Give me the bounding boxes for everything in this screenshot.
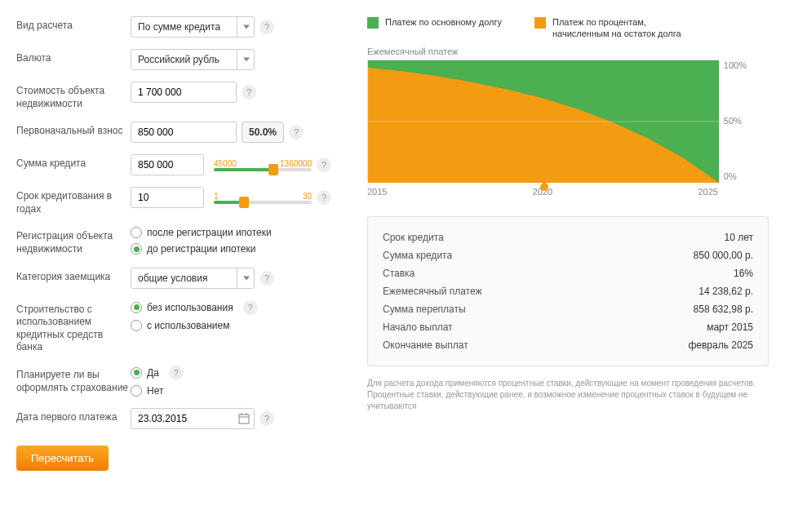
- legend-swatch-interest: [534, 17, 546, 29]
- chevron-down-icon: [237, 16, 255, 38]
- help-icon[interactable]: ?: [317, 190, 331, 205]
- summary-row: Начало выплатмарт 2015: [383, 318, 753, 336]
- radio-icon: [131, 227, 142, 238]
- registration-label: Регистрация объекта недвижимости: [16, 227, 131, 255]
- calc-type-select[interactable]: По сумме кредита: [131, 16, 255, 38]
- help-icon[interactable]: ?: [243, 300, 258, 315]
- down-payment-pct: 50.0%: [242, 122, 284, 143]
- form-panel: Вид расчета По сумме кредита ? Валюта Ро…: [16, 16, 343, 471]
- property-cost-label: Стоимость объекта недвижимости: [16, 82, 131, 110]
- results-panel: Платеж по основному долгу Платеж по проц…: [367, 16, 769, 471]
- construction-label: Строительство с использованием кредитных…: [16, 300, 131, 354]
- insurance-label: Планируете ли вы оформлять страхование: [16, 366, 131, 394]
- summary-box: Срок кредита10 лет Сумма кредита850 000,…: [367, 216, 769, 366]
- summary-row: Сумма переплаты858 632,98 р.: [383, 300, 753, 318]
- currency-select[interactable]: Российский рубль: [131, 49, 255, 70]
- help-icon[interactable]: ?: [242, 85, 256, 100]
- summary-row: Сумма кредита850 000,00 р.: [383, 246, 753, 264]
- insurance-no-radio[interactable]: Нет: [131, 385, 184, 397]
- borrower-cat-label: Категория заемщика: [16, 268, 131, 284]
- chevron-down-icon: [237, 49, 255, 70]
- currency-label: Валюта: [16, 49, 131, 65]
- loan-term-label: Срок кредитования в годах: [16, 187, 131, 215]
- summary-row: Ставка16%: [383, 264, 753, 282]
- radio-icon: [131, 367, 142, 379]
- summary-row: Ежемесячный платеж14 238,62 р.: [383, 282, 753, 300]
- construction-without-radio[interactable]: без использования ?: [131, 300, 258, 315]
- property-cost-input[interactable]: [131, 82, 237, 103]
- registration-before-radio[interactable]: до регистрации ипотеки: [131, 243, 272, 255]
- loan-term-slider[interactable]: [214, 201, 312, 204]
- legend-label-interest: Платеж по процентам, начисленным на оста…: [552, 16, 698, 40]
- summary-row: Срок кредита10 лет: [383, 228, 753, 246]
- help-icon[interactable]: ?: [259, 411, 274, 426]
- help-icon[interactable]: ?: [169, 366, 184, 380]
- chart-title: Ежемесячный платеж: [367, 47, 769, 56]
- construction-with-radio[interactable]: с использованием: [131, 320, 258, 331]
- first-payment-label: Дата первого платежа: [16, 408, 131, 424]
- help-icon[interactable]: ?: [259, 271, 274, 286]
- chevron-down-icon: [237, 268, 255, 289]
- radio-icon: [131, 320, 142, 331]
- calendar-icon[interactable]: [237, 411, 251, 426]
- insurance-yes-radio[interactable]: Да ?: [131, 366, 184, 380]
- down-payment-label: Первоначальный взнос: [16, 122, 131, 138]
- loan-amount-label: Сумма кредита: [16, 154, 131, 171]
- radio-icon: [131, 302, 142, 313]
- radio-icon: [131, 385, 142, 397]
- radio-icon: [131, 243, 142, 255]
- svg-rect-0: [239, 415, 249, 423]
- legend-swatch-principal: [367, 17, 379, 29]
- legend-label-principal: Платеж по основному долгу: [385, 16, 502, 28]
- loan-term-input[interactable]: [131, 187, 204, 208]
- summary-row: Окончание выплатфевраль 2025: [383, 336, 753, 354]
- help-icon[interactable]: ?: [259, 20, 274, 34]
- recalculate-button[interactable]: Пересчитать: [16, 446, 109, 471]
- chart-y-axis: 100% 50% 0%: [724, 60, 747, 181]
- calc-type-label: Вид расчета: [16, 16, 131, 33]
- borrower-cat-select[interactable]: общие условия: [131, 268, 255, 289]
- chart-marker-head: [540, 183, 548, 191]
- payment-chart: 100% 50% 0%: [367, 60, 718, 182]
- registration-after-radio[interactable]: после регистрации ипотеки: [131, 227, 272, 238]
- loan-amount-slider[interactable]: [214, 168, 312, 171]
- help-icon[interactable]: ?: [317, 157, 331, 172]
- down-payment-input[interactable]: [131, 122, 237, 143]
- disclaimer-text: Для расчета дохода применяются процентны…: [367, 378, 769, 412]
- help-icon[interactable]: ?: [289, 125, 304, 140]
- chart-legend: Платеж по основному долгу Платеж по проц…: [367, 16, 769, 40]
- loan-amount-input[interactable]: [131, 154, 204, 175]
